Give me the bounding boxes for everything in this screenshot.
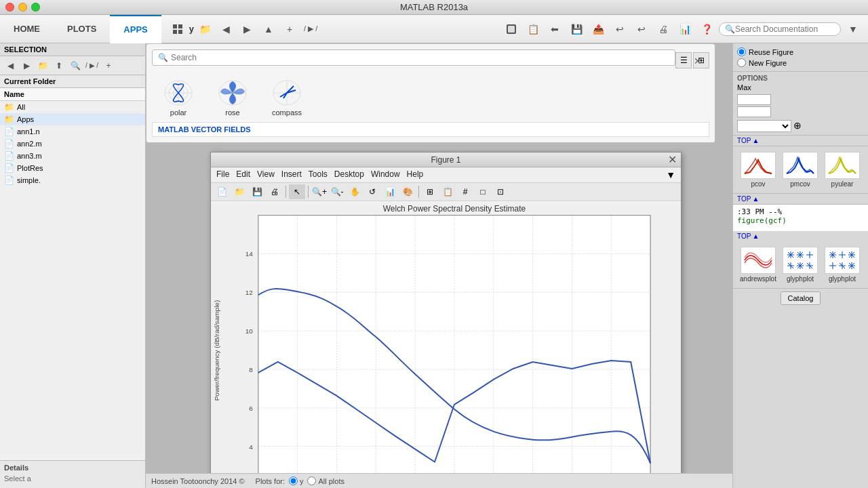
toolbar-btn-3[interactable]: ⬅: [545, 20, 564, 39]
fig-new-btn[interactable]: 📄: [214, 184, 230, 199]
menu-insert[interactable]: Insert: [281, 169, 302, 180]
minimize-button[interactable]: [18, 3, 27, 12]
fig-grid-btn[interactable]: #: [457, 184, 473, 199]
menu-view[interactable]: View: [257, 169, 275, 180]
reuse-figure-radio[interactable]: Reuse Figure: [737, 47, 864, 56]
fig-box-btn[interactable]: □: [475, 184, 491, 199]
toolbar-btn-6[interactable]: ↩: [610, 20, 629, 39]
nav-up-btn[interactable]: ⬆: [52, 58, 66, 73]
figure-close-btn[interactable]: ✕: [668, 153, 677, 166]
svg-rect-66: [826, 153, 859, 178]
menu-tools[interactable]: Tools: [309, 169, 328, 180]
menu-edit[interactable]: Edit: [236, 169, 250, 180]
tab-plots[interactable]: PLOTS: [54, 15, 110, 43]
fig-colorbar-btn[interactable]: 🎨: [399, 184, 416, 199]
fig-print-btn[interactable]: 🖨: [267, 184, 283, 199]
pcov-label: pcov: [751, 180, 765, 188]
app-thumb-pcov[interactable]: pcov: [738, 152, 778, 188]
fig-legend-btn[interactable]: 📋: [439, 184, 456, 199]
max-input-2[interactable]: 9: [737, 106, 771, 117]
help-icon-btn[interactable]: ❓: [697, 20, 716, 39]
back-icon-btn[interactable]: ◀: [217, 20, 236, 39]
list-item-apps[interactable]: 📁 Apps: [0, 113, 145, 125]
options-expand-btn[interactable]: ⊕: [793, 120, 802, 131]
forward-icon-btn[interactable]: ▶: [238, 20, 257, 39]
rose-app-icon: [216, 78, 250, 108]
app-item-compass[interactable]: compass: [263, 78, 311, 117]
toolbar-btn-5[interactable]: 📤: [589, 20, 608, 39]
up-icon-btn[interactable]: ▲: [259, 20, 278, 39]
new-figure-input[interactable]: [737, 58, 746, 67]
apps-search-input[interactable]: [171, 53, 669, 62]
app-thumb-glyphplot2[interactable]: glyphplot: [823, 247, 862, 283]
chevron-icon-btn[interactable]: ▼: [844, 20, 863, 39]
apps-close-btn[interactable]: ✕: [692, 55, 704, 67]
list-item-ann3[interactable]: 📄 ann3.m: [0, 150, 145, 162]
top-link-1[interactable]: TOP ▲: [733, 136, 868, 146]
toolbar-btn-9[interactable]: 📊: [675, 20, 694, 39]
add-icon-btn[interactable]: +: [280, 20, 299, 39]
fig-zoom-out-btn[interactable]: 🔍-: [329, 184, 345, 199]
reuse-figure-input[interactable]: [737, 47, 746, 56]
fig-open-btn[interactable]: 📁: [231, 184, 248, 199]
nav-forward-btn[interactable]: ▶: [19, 58, 34, 73]
folder-icon-btn[interactable]: 📁: [196, 20, 215, 39]
menu-help[interactable]: Help: [407, 169, 424, 180]
max-input-1[interactable]: 9: [737, 94, 771, 105]
menu-window[interactable]: Window: [371, 169, 400, 180]
toolbar-btn-8[interactable]: 🖨: [654, 20, 673, 39]
menu-desktop[interactable]: Desktop: [334, 169, 364, 180]
fig-datamode-btn[interactable]: 📊: [382, 184, 398, 199]
app-thumb-pmcov[interactable]: pmcov: [781, 152, 820, 188]
list-item-plotres[interactable]: 📄 PlotRes: [0, 162, 145, 174]
top-link-3[interactable]: TOP ▲: [733, 231, 868, 241]
polar-app-icon: [161, 78, 195, 108]
tab-apps[interactable]: APPS: [110, 15, 161, 43]
svg-text:4: 4: [249, 443, 253, 451]
new-figure-radio[interactable]: New Figure: [737, 58, 864, 67]
plots-for-y-input[interactable]: [289, 476, 298, 485]
top-link-2[interactable]: TOP ▲: [733, 194, 868, 204]
plots-for-y-radio[interactable]: y: [289, 476, 304, 485]
list-item-all[interactable]: 📁 All: [0, 101, 145, 113]
fig-zoom-in-btn[interactable]: 🔍+: [311, 184, 328, 199]
nav-folder-btn[interactable]: 📁: [35, 58, 50, 73]
fig-rotate-btn[interactable]: ↺: [364, 184, 380, 199]
app-thumb-glyphplot1[interactable]: glyphplot: [781, 247, 820, 283]
figure-resize-btn[interactable]: ▼: [666, 169, 675, 180]
app-thumb-andrewsplot[interactable]: andrewsplot: [738, 247, 778, 283]
nav-browse-btn[interactable]: 🔍: [68, 58, 83, 73]
nav-back-btn[interactable]: ◀: [3, 58, 18, 73]
fig-subplot-btn[interactable]: ⊞: [422, 184, 438, 199]
list-item-ann1[interactable]: 📄 ann1.n: [0, 125, 145, 138]
list-item-ann2[interactable]: 📄 ann2.m: [0, 138, 145, 150]
app-item-rose[interactable]: rose: [209, 78, 256, 117]
search-input[interactable]: [735, 24, 837, 34]
app-thumb-pyulear[interactable]: pyulear: [823, 152, 862, 188]
fig-save-btn[interactable]: 💾: [249, 184, 265, 199]
folder-icon-apps: 📁: [4, 115, 14, 124]
list-item-simple[interactable]: 📄 simple.: [0, 174, 145, 186]
options-dropdown[interactable]: [737, 120, 791, 132]
fig-pan-btn[interactable]: ✋: [347, 184, 363, 199]
maximize-button[interactable]: [31, 3, 40, 12]
all-plots-input[interactable]: [307, 476, 316, 485]
toolbar-btn-4[interactable]: 💾: [567, 20, 586, 39]
app-item-polar[interactable]: polar: [155, 78, 202, 117]
figure-menubar: File Edit View Insert Tools Desktop Wind…: [211, 167, 681, 183]
close-button[interactable]: [5, 3, 14, 12]
fig-axes-btn[interactable]: ⊡: [492, 184, 509, 199]
titlebar-buttons: [5, 3, 40, 12]
nav-add-btn[interactable]: +: [101, 58, 116, 73]
menu-file[interactable]: File: [216, 169, 229, 180]
details-title: Details: [4, 464, 141, 472]
toolbar-btn-2[interactable]: 📋: [524, 20, 542, 39]
grid-icon-btn[interactable]: [168, 20, 187, 39]
fig-cursor-btn[interactable]: ↖: [289, 184, 305, 199]
toolbar-btn-1[interactable]: [502, 20, 521, 39]
tab-home[interactable]: HOME: [0, 15, 54, 43]
catalog-button[interactable]: Catalog: [781, 291, 821, 305]
toolbar-btn-7[interactable]: ↩: [632, 20, 651, 39]
all-plots-radio[interactable]: All plots: [307, 476, 344, 485]
list-view-btn[interactable]: ☰: [675, 52, 692, 68]
